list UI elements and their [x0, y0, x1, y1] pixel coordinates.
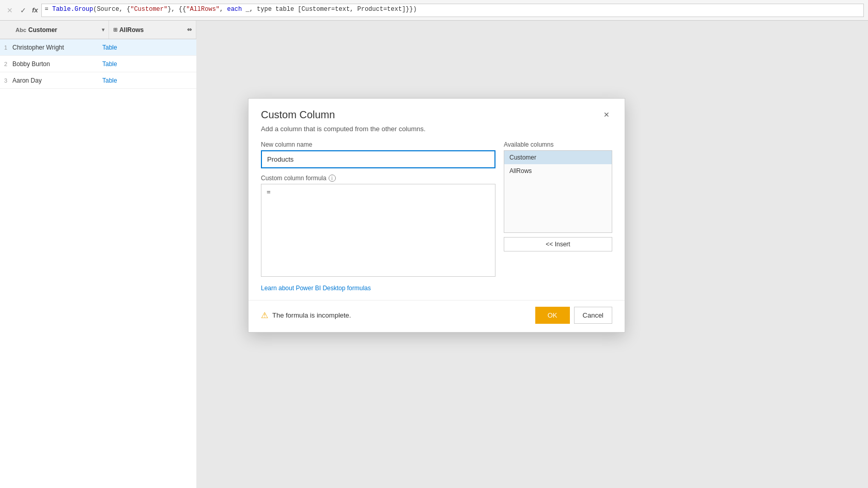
dialog-body: New column name Custom column formula i … [249, 141, 625, 300]
dialog-footer: ⚠ The formula is incomplete. OK Cancel [249, 300, 625, 332]
dialog-title: Custom Column [261, 109, 335, 121]
customer-col-label: Customer [28, 26, 57, 34]
main-content-area: Custom Column ✕ Add a column that is com… [196, 21, 868, 488]
formula-display: = Table.Group(Source, {"Customer"}, {{"A… [41, 4, 864, 17]
row-customer-2: Bobby Burton [11, 60, 98, 68]
formula-textarea[interactable]: = [261, 184, 495, 277]
customer-dropdown-icon[interactable]: ▾ [102, 27, 104, 33]
formula-bar: fx = Table.Group(Source, {"Customer"}, {… [32, 4, 864, 17]
table-header: Abc Customer ▾ ⊞ AllRows ⇔ [0, 21, 196, 39]
cancel-icon[interactable]: ✕ [4, 5, 16, 16]
toolbar: ✕ ✓ fx = Table.Group(Source, {"Customer"… [0, 0, 868, 21]
allrows-type-icon: ⊞ [113, 27, 117, 33]
formula-label-row: Custom column formula i [261, 175, 495, 182]
avail-item-customer[interactable]: Customer [504, 151, 612, 164]
table-row: 2 Bobby Burton Table [0, 56, 196, 72]
available-columns-list: Customer AllRows [504, 150, 612, 233]
available-columns-label: Available columns [504, 141, 612, 148]
column-name-group: New column name [261, 141, 495, 168]
formula-group: Custom column formula i = [261, 175, 495, 278]
insert-button[interactable]: << Insert [504, 237, 612, 251]
customer-type-icon: Abc [16, 27, 26, 33]
error-area: ⚠ The formula is incomplete. [261, 310, 351, 320]
dialog-header: Custom Column ✕ [249, 99, 625, 125]
column-name-input[interactable] [261, 150, 495, 168]
formula-label: Custom column formula [261, 175, 327, 182]
formula-info-icon[interactable]: i [329, 175, 336, 182]
fx-label: fx [32, 6, 38, 14]
table-row: 3 Aaron Day Table [0, 72, 196, 89]
row-value-3[interactable]: Table [98, 77, 186, 84]
custom-column-dialog: Custom Column ✕ Add a column that is com… [248, 98, 625, 333]
column-header-allrows[interactable]: ⊞ AllRows ⇔ [109, 21, 196, 39]
allrows-expand-icon[interactable]: ⇔ [187, 26, 192, 33]
data-table: Abc Customer ▾ ⊞ AllRows ⇔ 1 Christopher… [0, 21, 196, 488]
dialog-close-button[interactable]: ✕ [601, 109, 612, 120]
row-customer-3: Aaron Day [11, 77, 98, 84]
avail-item-allrows[interactable]: AllRows [504, 164, 612, 178]
ok-button[interactable]: OK [535, 307, 570, 324]
row-number-1: 1 [0, 44, 11, 51]
row-value-2[interactable]: Table [98, 60, 186, 68]
row-number-2: 2 [0, 61, 11, 67]
dialog-right-panel: Available columns Customer AllRows << In… [504, 141, 612, 292]
confirm-icon[interactable]: ✓ [18, 5, 29, 16]
footer-buttons: OK Cancel [535, 307, 612, 324]
table-row: 1 Christopher Wright Table [0, 39, 196, 56]
learn-link[interactable]: Learn about Power BI Desktop formulas [261, 285, 495, 292]
column-header-customer[interactable]: Abc Customer ▾ [11, 21, 109, 39]
error-message: The formula is incomplete. [272, 311, 351, 319]
row-number-3: 3 [0, 77, 11, 84]
cancel-button[interactable]: Cancel [574, 307, 612, 324]
error-icon: ⚠ [261, 310, 268, 320]
formula-text-content: = Table.Group(Source, {"Customer"}, {{"A… [45, 6, 417, 13]
dialog-subtitle: Add a column that is computed from the o… [249, 125, 625, 141]
allrows-col-label: AllRows [119, 26, 144, 34]
row-value-1[interactable]: Table [98, 44, 186, 51]
info-letter: i [332, 176, 333, 181]
row-customer-1: Christopher Wright [11, 44, 98, 51]
dialog-left-panel: New column name Custom column formula i … [261, 141, 495, 292]
column-name-label: New column name [261, 141, 495, 148]
